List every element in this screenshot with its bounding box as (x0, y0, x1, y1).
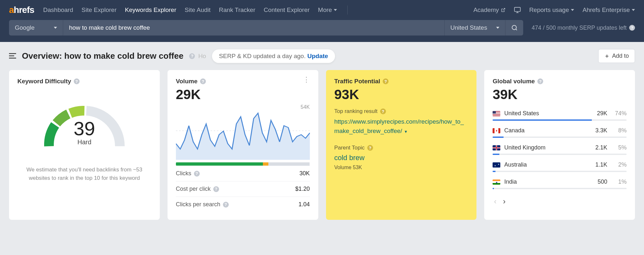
country-percent: 2% (611, 161, 627, 168)
nav-reports-usage[interactable]: Reports usage (529, 6, 574, 14)
nav-enterprise[interactable]: Ahrefs Enterprise (582, 6, 635, 14)
chart-max-label: 54K (176, 104, 310, 110)
flag-icon (493, 145, 500, 150)
pager-prev[interactable]: ‹ (494, 197, 496, 206)
parent-topic-volume: Volume 53K (334, 165, 468, 170)
keyword-search-input[interactable] (63, 20, 444, 36)
country-volume: 1.1K (589, 161, 607, 168)
add-to-button[interactable]: Add to (598, 49, 635, 63)
truncated-text: Ho (198, 53, 206, 60)
global-volume-row[interactable]: Australia1.1K2% (493, 158, 627, 175)
help-icon[interactable]: ? (74, 78, 80, 84)
kd-gauge: 39 Hard (36, 91, 133, 156)
help-icon[interactable]: ? (194, 171, 200, 177)
top-navigation: ahrefs Dashboard Site Explorer Keywords … (0, 0, 644, 20)
chevron-down-icon (496, 27, 499, 29)
nav-content-explorer[interactable]: Content Explorer (264, 6, 310, 14)
nav-academy[interactable]: Academy (473, 6, 505, 14)
card-global-volume: Global volume? 39K United States29K74%Ca… (484, 70, 635, 220)
svg-point-4 (512, 26, 516, 30)
volume-value: 29K (176, 87, 206, 102)
country-bar (493, 137, 627, 138)
chevron-down-icon: ▼ (404, 129, 408, 134)
parent-topic-link[interactable]: cold brew (334, 154, 468, 162)
svg-line-0 (503, 8, 505, 10)
search-button[interactable] (505, 20, 523, 36)
help-icon[interactable]: ? (189, 53, 195, 59)
flag-icon (493, 128, 500, 133)
card-title: Keyword Difficulty? (17, 78, 151, 85)
flag-icon (493, 179, 500, 185)
pager-next[interactable]: › (503, 197, 505, 206)
country-volume: 29K (589, 110, 607, 117)
country-name: Australia (504, 161, 585, 168)
country-bar (493, 154, 627, 155)
country-name: India (504, 178, 585, 185)
monitor-icon (514, 6, 521, 14)
search-engine-select[interactable]: Google (9, 20, 63, 36)
main-nav-links: Dashboard Site Explorer Keywords Explore… (43, 6, 337, 14)
plus-icon (604, 54, 610, 59)
flag-icon (493, 111, 500, 116)
country-name: United States (504, 110, 585, 117)
country-name: Canada (504, 127, 585, 134)
nav-site-audit[interactable]: Site Audit (185, 6, 210, 14)
chevron-down-icon (571, 9, 574, 11)
help-icon[interactable]: ? (200, 78, 206, 84)
country-percent: 5% (611, 144, 627, 151)
help-icon[interactable]: ? (223, 202, 229, 208)
external-link-icon (501, 8, 505, 12)
country-percent: 1% (611, 178, 627, 185)
nav-right: Academy Reports usage Ahrefs Enterprise (473, 6, 635, 14)
top-ranking-label: Top ranking result? (334, 108, 468, 115)
global-volume-row[interactable]: Canada3.3K8% (493, 124, 627, 141)
nav-dashboard[interactable]: Dashboard (43, 6, 73, 14)
traffic-potential-value: 93K (334, 87, 468, 102)
help-icon[interactable]: ? (367, 145, 373, 151)
stat-cps: Clicks per search? 1.04 (176, 197, 310, 212)
card-title: Traffic Potential? (334, 78, 468, 85)
nav-rank-tracker[interactable]: Rank Tracker (219, 6, 255, 14)
parent-topic-label: Parent Topic? (334, 145, 468, 151)
card-keyword-difficulty: Keyword Difficulty? 39 Hard We estimate … (9, 70, 160, 220)
chevron-down-icon (632, 9, 635, 11)
global-volume-value: 39K (493, 87, 627, 102)
card-volume: Volume? 29K ⋮ 54K Clicks? 30K Cost per c… (168, 70, 318, 220)
global-volume-row[interactable]: United Kingdom2.1K5% (493, 141, 627, 158)
chevron-down-icon (54, 27, 57, 29)
menu-icon[interactable] (9, 52, 16, 61)
chevron-down-icon (334, 9, 337, 11)
global-volume-row[interactable]: India5001% (493, 175, 627, 192)
svg-rect-1 (514, 7, 520, 12)
country-bar (493, 171, 627, 172)
country-percent: 8% (611, 127, 627, 134)
country-volume: 500 (589, 178, 607, 185)
volume-trend-chart (176, 111, 310, 160)
help-icon[interactable]: ? (537, 78, 543, 84)
flag-icon (493, 162, 500, 168)
help-icon[interactable]: ? (383, 78, 389, 84)
search-icon (511, 25, 518, 31)
nav-more[interactable]: More (318, 6, 337, 14)
help-icon[interactable]: ? (629, 25, 635, 31)
logo[interactable]: ahrefs (9, 5, 34, 15)
update-link[interactable]: Update (307, 53, 328, 59)
nav-display-icon[interactable] (514, 6, 521, 14)
top-ranking-url[interactable]: https://www.simplyrecipes.com/recipes/ho… (334, 117, 468, 136)
help-icon[interactable]: ? (213, 186, 219, 192)
global-volume-row[interactable]: United States29K74% (493, 107, 627, 124)
kd-explain: We estimate that you'll need backlinks f… (17, 166, 151, 182)
page-title: Overview: how to make cold brew coffee (22, 51, 183, 61)
country-volume: 2.1K (589, 144, 607, 151)
card-traffic-potential: Traffic Potential? 93K Top ranking resul… (326, 70, 477, 220)
nav-site-explorer[interactable]: Site Explorer (82, 6, 117, 14)
country-name: United Kingdom (504, 144, 585, 151)
metrics-cards: Keyword Difficulty? 39 Hard We estimate … (0, 70, 644, 229)
serp-credits-text: 474 / 500 monthly SERP updates left? (532, 25, 635, 31)
nav-keywords-explorer[interactable]: Keywords Explorer (125, 6, 176, 14)
card-menu-button[interactable]: ⋮ (303, 78, 310, 81)
search-row: Google United States 474 / 500 monthly S… (0, 20, 644, 42)
country-bar (493, 119, 627, 121)
country-select[interactable]: United States (444, 20, 505, 36)
help-icon[interactable]: ? (380, 108, 386, 114)
